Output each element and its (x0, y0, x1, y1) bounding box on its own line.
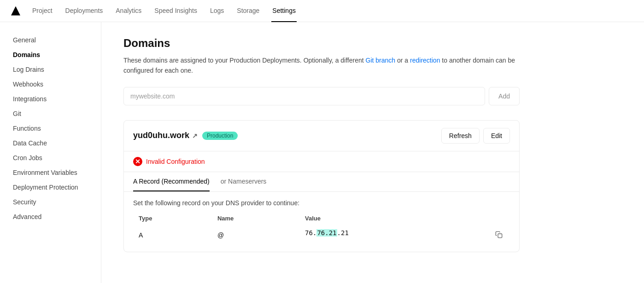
domain-card: yud0uhu.work ↗ Production Refresh Edit ✕… (123, 120, 520, 252)
error-text: Invalid Configuration (146, 158, 205, 165)
dns-col-value: Value (299, 212, 510, 225)
nav-project[interactable]: Project (31, 0, 53, 22)
nav-settings[interactable]: Settings (271, 0, 297, 22)
tab-nameservers[interactable]: or Nameservers (221, 172, 267, 191)
error-row: ✕ Invalid Configuration (124, 151, 519, 172)
sidebar-item-domains[interactable]: Domains (7, 48, 94, 62)
dns-type: A (133, 225, 212, 244)
edit-button[interactable]: Edit (483, 128, 510, 144)
tab-a-record[interactable]: A Record (Recommended) (133, 172, 210, 191)
add-domain-button[interactable]: Add (489, 87, 520, 105)
description-text-1: These domains are assigned to your Produ… (123, 57, 366, 64)
sidebar-item-advanced[interactable]: Advanced (7, 210, 94, 224)
dns-value-highlight: 76.21 (316, 229, 337, 237)
sidebar-item-log-drains[interactable]: Log Drains (7, 63, 94, 76)
dns-section: Set the following record on your DNS pro… (124, 192, 519, 252)
dns-table-row: A @ 76.76.21.21 (133, 225, 510, 244)
add-domain-row: Add (123, 87, 520, 105)
dns-value: 76.76.21.21 (299, 225, 510, 244)
domain-name: yud0uhu.work ↗ (133, 131, 198, 140)
refresh-button[interactable]: Refresh (441, 128, 480, 144)
dns-col-type: Type (133, 212, 212, 225)
redirection-link[interactable]: redirection (410, 57, 440, 64)
sidebar-item-integrations[interactable]: Integrations (7, 92, 94, 106)
nav-speed-insights[interactable]: Speed Insights (153, 0, 198, 22)
dns-value-suffix: .21 (337, 229, 349, 237)
main-layout: General Domains Log Drains Webhooks Inte… (0, 22, 644, 283)
nav-analytics[interactable]: Analytics (115, 0, 142, 22)
dns-name: @ (212, 225, 299, 244)
dns-col-name: Name (212, 212, 299, 225)
description-text-2: or a (395, 57, 410, 64)
production-badge: Production (202, 132, 238, 140)
nav-deployments[interactable]: Deployments (64, 0, 104, 22)
sidebar-item-general[interactable]: General (7, 33, 94, 47)
domain-card-left: yud0uhu.work ↗ Production (133, 131, 238, 140)
dns-value-prefix: 76. (305, 229, 316, 237)
sidebar-item-deployment-protection[interactable]: Deployment Protection (7, 180, 94, 194)
error-icon: ✕ (133, 157, 142, 166)
domain-actions: Refresh Edit (441, 128, 510, 144)
dns-table: Type Name Value A @ 76.76.21.21 (133, 212, 510, 244)
copy-value-button[interactable] (493, 229, 504, 242)
sidebar-item-functions[interactable]: Functions (7, 121, 94, 135)
domain-card-header: yud0uhu.work ↗ Production Refresh Edit (124, 121, 519, 151)
svg-rect-0 (498, 234, 502, 238)
domain-input[interactable] (123, 87, 485, 105)
sidebar-item-env-vars[interactable]: Environment Variables (7, 166, 94, 179)
sidebar-item-cron-jobs[interactable]: Cron Jobs (7, 151, 94, 165)
external-link-icon[interactable]: ↗ (192, 132, 198, 139)
page-description: These domains are assigned to your Produ… (123, 55, 520, 76)
sidebar-item-data-cache[interactable]: Data Cache (7, 136, 94, 150)
nav-storage[interactable]: Storage (236, 0, 260, 22)
dns-tabs: A Record (Recommended) or Nameservers (124, 172, 519, 192)
nav-logs[interactable]: Logs (209, 0, 225, 22)
sidebar-item-webhooks[interactable]: Webhooks (7, 77, 94, 91)
sidebar-item-git[interactable]: Git (7, 107, 94, 121)
sidebar-item-security[interactable]: Security (7, 195, 94, 209)
dns-description-text: Set the following record on your DNS pro… (133, 199, 510, 207)
top-navigation: Project Deployments Analytics Speed Insi… (0, 0, 644, 22)
dns-value-text: 76.76.21.21 (305, 229, 349, 237)
main-content: Domains These domains are assigned to yo… (101, 22, 544, 283)
page-title: Domains (123, 37, 521, 50)
sidebar: General Domains Log Drains Webhooks Inte… (0, 22, 101, 283)
git-branch-link[interactable]: Git branch (366, 57, 396, 64)
vercel-logo-icon (11, 6, 20, 16)
